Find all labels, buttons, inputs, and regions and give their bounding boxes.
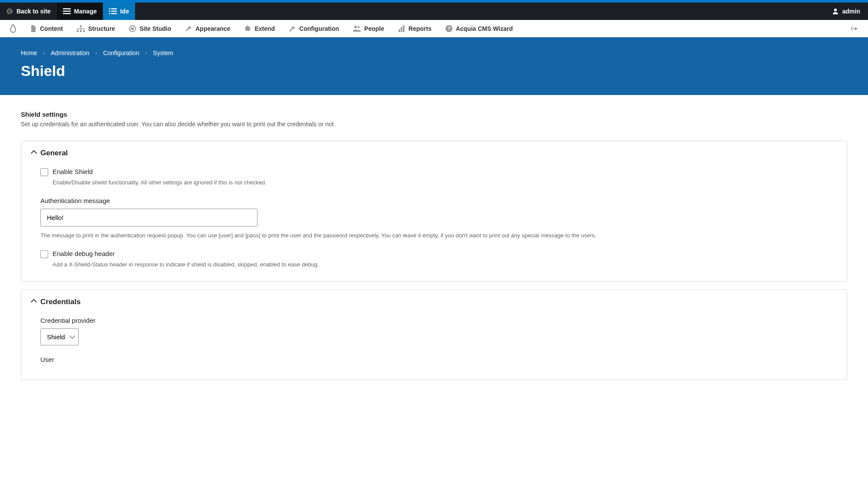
- svg-rect-1: [63, 8, 71, 10]
- fieldset-toggle-general[interactable]: General: [32, 149, 836, 157]
- collapse-toggle[interactable]: [851, 26, 865, 32]
- user-label: admin: [842, 8, 860, 15]
- debug-header-checkbox[interactable]: [40, 250, 48, 258]
- debug-header-desc: Add a X-Shield-Status header in response…: [53, 261, 319, 269]
- menu-label: Appearance: [195, 25, 230, 32]
- svg-point-17: [354, 26, 357, 28]
- svg-rect-20: [401, 27, 403, 32]
- svg-point-18: [358, 26, 360, 28]
- menu-label: People: [364, 25, 384, 32]
- people-icon: [353, 25, 361, 32]
- document-icon: [30, 25, 36, 32]
- site-studio-icon: [129, 25, 136, 32]
- ide-button[interactable]: Ide: [103, 3, 135, 20]
- menu-structure[interactable]: Structure: [71, 20, 121, 37]
- breadcrumb-link[interactable]: Administration: [51, 49, 89, 56]
- collapse-icon: [851, 26, 858, 32]
- svg-rect-3: [63, 13, 71, 14]
- svg-rect-12: [77, 30, 79, 32]
- structure-icon: [77, 25, 85, 32]
- manage-button[interactable]: Manage: [57, 3, 103, 20]
- menu-people[interactable]: People: [347, 20, 390, 37]
- menu-label: Extend: [254, 25, 275, 32]
- wrench-icon: [289, 25, 296, 32]
- breadcrumb: Home › Administration › Configuration › …: [21, 49, 847, 56]
- fieldset-credentials: Credentials Credential provider Shield U…: [21, 289, 847, 380]
- menu-label: Site Studio: [139, 25, 171, 32]
- menu-label: Acquia CMS Wizard: [456, 25, 513, 32]
- svg-point-0: [7, 8, 13, 14]
- auth-message-desc: The message to print in the authenticati…: [40, 232, 836, 240]
- svg-rect-9: [111, 13, 117, 14]
- auth-message-input[interactable]: [40, 209, 257, 226]
- breadcrumb-sep: ›: [43, 50, 45, 56]
- menu-acquia-wizard[interactable]: ? Acquia CMS Wizard: [439, 20, 519, 37]
- chevron-up-icon: [31, 150, 37, 156]
- svg-rect-11: [80, 25, 82, 27]
- svg-point-10: [834, 9, 837, 11]
- debug-header-label: Enable debug header: [53, 250, 319, 257]
- breadcrumb-sep: ›: [96, 50, 97, 56]
- drupal-logo[interactable]: [3, 20, 23, 37]
- settings-desc: Set up credentials for an authenticated …: [21, 121, 847, 128]
- user-icon: [832, 8, 839, 15]
- menu-appearance[interactable]: Appearance: [179, 20, 236, 37]
- manage-label: Manage: [74, 8, 97, 15]
- wrench-icon: [185, 25, 192, 32]
- menu-extend[interactable]: Extend: [238, 20, 281, 37]
- menu-label: Reports: [409, 25, 432, 32]
- enable-shield-label: Enable Shield: [53, 168, 267, 175]
- credential-provider-label: Credential provider: [40, 317, 836, 324]
- svg-text:?: ?: [447, 26, 450, 31]
- menu-content[interactable]: Content: [24, 20, 69, 37]
- svg-rect-24: [851, 26, 852, 31]
- help-icon: ?: [446, 25, 452, 32]
- legend-label: Credentials: [40, 298, 81, 306]
- credential-provider-select[interactable]: Shield: [40, 328, 79, 345]
- menu-label: Structure: [88, 25, 115, 32]
- content: Shield settings Set up credentials for a…: [0, 95, 868, 404]
- toolbar: Back to site Manage Ide admin: [0, 3, 868, 20]
- svg-rect-4: [109, 8, 110, 10]
- menu-label: Content: [40, 25, 63, 32]
- user-menu[interactable]: admin: [824, 3, 868, 20]
- svg-rect-6: [109, 11, 110, 12]
- back-label: Back to site: [17, 8, 51, 15]
- svg-rect-5: [111, 8, 117, 10]
- breadcrumb-sep: ›: [145, 50, 147, 56]
- user-label: User: [40, 356, 836, 363]
- menu-site-studio[interactable]: Site Studio: [123, 20, 177, 37]
- svg-rect-16: [131, 27, 134, 30]
- svg-rect-19: [399, 29, 400, 32]
- chevron-up-icon: [31, 299, 37, 305]
- svg-rect-21: [403, 25, 405, 32]
- fieldset-toggle-credentials[interactable]: Credentials: [32, 298, 836, 306]
- legend-label: General: [40, 149, 68, 157]
- svg-rect-7: [111, 11, 117, 12]
- ide-label: Ide: [120, 8, 129, 15]
- enable-shield-checkbox[interactable]: [40, 168, 48, 176]
- page-header: Home › Administration › Configuration › …: [0, 37, 868, 95]
- svg-rect-2: [63, 11, 71, 12]
- svg-rect-13: [80, 30, 82, 32]
- breadcrumb-link[interactable]: System: [153, 49, 173, 56]
- breadcrumb-link[interactable]: Home: [21, 49, 37, 56]
- menu-configuration[interactable]: Configuration: [283, 20, 345, 37]
- list-icon: [109, 8, 117, 14]
- page-title: Shield: [21, 62, 847, 79]
- puzzle-icon: [244, 25, 251, 32]
- menu-label: Configuration: [299, 25, 339, 32]
- back-to-site-button[interactable]: Back to site: [0, 3, 57, 20]
- enable-shield-desc: Enable/Disable shield functionality. All…: [53, 179, 267, 187]
- hamburger-icon: [63, 8, 71, 14]
- auth-message-label: Authentication message: [40, 197, 836, 204]
- breadcrumb-link[interactable]: Configuration: [103, 49, 139, 56]
- admin-menu: Content Structure Site Studio Appearance…: [0, 20, 868, 37]
- svg-rect-14: [83, 30, 85, 32]
- svg-rect-8: [109, 13, 110, 14]
- menu-reports[interactable]: Reports: [392, 20, 438, 37]
- back-icon: [6, 8, 13, 15]
- settings-title: Shield settings: [21, 111, 847, 118]
- drupal-icon: [9, 24, 17, 33]
- fieldset-general: General Enable Shield Enable/Disable shi…: [21, 141, 847, 282]
